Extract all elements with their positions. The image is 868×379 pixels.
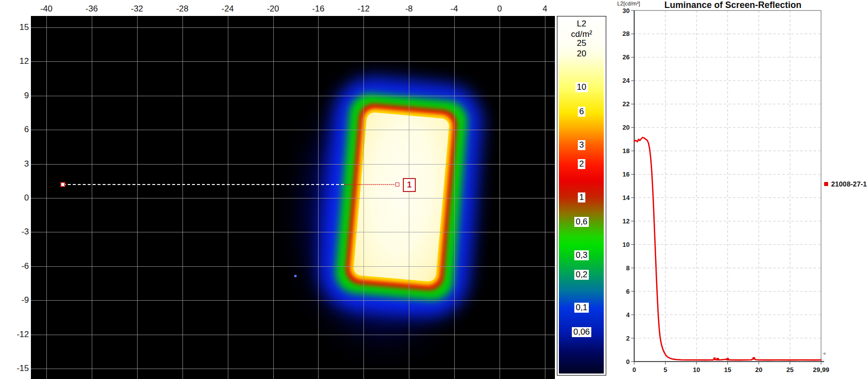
x-tick-label: 10 [693, 366, 700, 374]
y-tick-label: 0 [626, 358, 630, 366]
y-tick-label: 12 [0, 56, 29, 66]
reflection-core [353, 112, 450, 282]
gridline-vertical [228, 16, 228, 379]
x-tick-label: -24 [213, 4, 243, 14]
gridline-vertical [363, 16, 364, 379]
line-chart-legend: 21008-27-1 [824, 180, 867, 188]
y-tick-label: -9 [0, 295, 29, 305]
gridline-horizontal [31, 27, 555, 28]
gridline-vertical [182, 16, 183, 379]
x-tick-label: -40 [31, 4, 61, 14]
y-tick-label: 3 [0, 159, 29, 169]
y-tick-label: 12 [623, 217, 630, 225]
colorbar-tick-label: 0,2 [557, 270, 606, 280]
colorbar-title-quantity: L2 [577, 19, 586, 28]
x-tick-label: -28 [168, 4, 197, 14]
y-tick-label: 30 [623, 7, 630, 14]
colorbar-panel: L2 cd/m² 25201063210,60,30,20,10,06 [557, 16, 606, 376]
line-chart-title: Luminance of Screen-Reflection [640, 0, 826, 10]
gridline-vertical [545, 16, 545, 379]
x-tick-label: 0 [632, 366, 636, 374]
gridline-vertical [318, 16, 319, 379]
y-tick-label: -15 [0, 364, 29, 374]
gridline-vertical [454, 16, 455, 379]
y-tick-label: -3 [0, 227, 29, 237]
y-tick-label: 6 [0, 125, 29, 135]
y-tick-label: -12 [0, 330, 29, 340]
colorbar-tick-label: 2 [557, 159, 606, 169]
y-tick-label: 20 [623, 124, 630, 131]
y-tick-label: 2 [626, 335, 630, 342]
colorbar-tick-label: 6 [557, 107, 606, 117]
y-tick-label: 26 [623, 53, 630, 61]
colorbar-tick-label: 1 [557, 192, 606, 202]
legend-marker-icon [824, 182, 828, 186]
y-tick-label: 15 [0, 22, 29, 32]
colorbar-tick-label: 25 [557, 38, 606, 48]
y-tick-label: 16 [623, 171, 630, 178]
colorbar-tick-label: 20 [557, 49, 606, 59]
stray-light-dot [294, 275, 297, 277]
y-tick-label: 0 [0, 193, 29, 203]
gridline-horizontal [31, 300, 555, 301]
colorbar-tick-label: 0,6 [557, 217, 606, 227]
heatmap-plot: 1 [31, 16, 555, 379]
gridline-vertical [409, 16, 409, 379]
gridline-vertical [500, 16, 500, 379]
gridline-vertical [92, 16, 92, 379]
gridline-vertical [273, 16, 274, 379]
curve-marker [726, 358, 729, 361]
y-tick-label: -6 [0, 261, 29, 271]
x-tick-label: -4 [439, 4, 469, 14]
gridline-horizontal [31, 232, 555, 232]
colorbar-tick-label: 10 [557, 82, 606, 92]
gridline-horizontal [31, 164, 555, 165]
y-tick-label: 10 [623, 241, 630, 248]
gridline-horizontal [31, 130, 555, 130]
x-tick-label: 5 [664, 366, 667, 374]
curve-marker [713, 358, 716, 360]
x-tick-label: 15 [724, 366, 731, 374]
x-tick-label: -32 [122, 4, 152, 14]
gridline-vertical [137, 16, 138, 379]
gridline-horizontal [31, 369, 555, 369]
line-chart-plot: 302826242220181614121086420051015202529,… [613, 0, 868, 379]
y-tick-label: 28 [623, 30, 630, 37]
curve-marker [716, 358, 719, 361]
y-tick-label: 18 [623, 147, 630, 155]
measure-line-dotted [344, 184, 396, 185]
measure-end-marker [395, 183, 399, 187]
colorbar-tick-label: 3 [557, 140, 606, 150]
y-tick-label: 8 [626, 264, 630, 272]
colorbar-tick-label: 0,1 [557, 303, 606, 313]
colorbar-title: L2 cd/m² [557, 18, 606, 39]
x-tick-label: 29,99 [813, 366, 830, 374]
colorbar-tick-label: 0,06 [557, 327, 606, 337]
measure-line-dashed [63, 184, 344, 185]
gridline-horizontal [31, 61, 555, 62]
measure-start-marker [60, 182, 65, 187]
y-tick-label: 9 [0, 91, 29, 101]
x-tick-label: 20 [755, 366, 762, 374]
measurement-viewer: -40-36-32-28-24-20-16-12-8-404 15129630-… [0, 0, 868, 379]
x-tick-label: -20 [258, 4, 288, 14]
legend-series-label: 21008-27-1 [831, 180, 867, 188]
gridline-horizontal [31, 335, 555, 335]
y-tick-label: 24 [623, 77, 630, 84]
x-tick-label: -12 [348, 4, 378, 14]
x-tick-label: -36 [77, 4, 107, 14]
y-tick-label: 6 [626, 288, 630, 295]
measure-point-label: 1 [403, 178, 416, 192]
gridline-horizontal [31, 96, 555, 96]
y-tick-label: 22 [623, 100, 630, 108]
curve-marker [753, 357, 755, 360]
gridline-horizontal [31, 198, 555, 198]
x-tick-label: 0 [485, 4, 515, 14]
x-tick-label: -8 [394, 4, 424, 14]
line-chart-y-axis-label: L2[cd/m²] [617, 0, 640, 6]
y-tick-label: 14 [623, 194, 630, 201]
x-tick-label: 4 [530, 4, 560, 14]
colorbar-tick-label: 0,3 [557, 250, 606, 260]
colorbar-title-unit: cd/m² [571, 29, 592, 39]
gridline-vertical [46, 16, 47, 379]
